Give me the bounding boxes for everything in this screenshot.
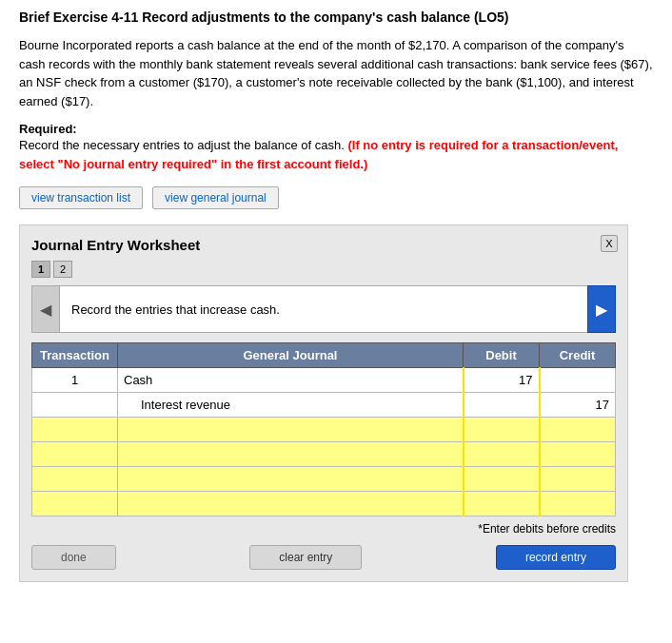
row3-account[interactable] [118,418,464,442]
row6-credit[interactable] [540,492,616,516]
journal-table: Transaction General Journal Debit Credit… [31,342,616,516]
col-transaction: Transaction [32,343,118,368]
col-general-journal: General Journal [118,343,464,368]
row4-debit[interactable] [464,442,540,467]
row6-debit[interactable] [464,492,540,516]
row2-debit[interactable] [464,393,540,418]
row3-transaction [32,418,118,442]
enter-note: *Enter debits before credits [31,522,616,536]
row4-transaction [32,442,118,467]
tab-2[interactable]: 2 [53,261,72,278]
row6-transaction [32,492,118,516]
row4-credit[interactable] [540,442,616,467]
table-row: 1 Cash 17 [32,368,616,393]
row5-account[interactable] [118,467,464,492]
record-entry-button[interactable]: record entry [496,545,616,570]
row4-account[interactable] [118,442,464,467]
tab-row: 1 2 [31,261,616,278]
row1-transaction: 1 [32,368,118,393]
close-button[interactable]: X [601,235,618,252]
col-credit: Credit [540,343,616,368]
view-transaction-list-button[interactable]: view transaction list [19,186,143,209]
row1-debit[interactable]: 17 [464,368,540,393]
nav-row: ◀ Record the entries that increase cash.… [31,285,616,333]
col-debit: Debit [464,343,540,368]
nav-left-button[interactable]: ◀ [31,285,60,333]
worksheet-container: Journal Entry Worksheet X 1 2 ◀ Record t… [19,224,628,582]
view-general-journal-button[interactable]: view general journal [152,186,279,209]
intro-paragraph: Bourne Incorporated reports a cash balan… [19,36,653,110]
nav-right-button[interactable]: ▶ [587,285,616,333]
row2-account[interactable]: Interest revenue [118,393,464,418]
clear-entry-button[interactable]: clear entry [249,545,362,570]
row6-account[interactable] [118,492,464,516]
row5-transaction [32,467,118,492]
table-row [32,418,616,442]
required-section: Required: Record the necessary entries t… [19,122,653,173]
row1-credit[interactable] [540,368,616,393]
table-row [32,442,616,467]
required-text: Record the necessary entries to adjust t… [19,138,618,171]
row5-debit[interactable] [464,467,540,492]
page-title: Brief Exercise 4-11 Record adjustments t… [19,10,653,25]
row2-credit[interactable]: 17 [540,393,616,418]
tab-1[interactable]: 1 [31,261,50,278]
instruction-text: Record the entries that increase cash. [60,285,587,333]
worksheet-title: Journal Entry Worksheet [31,237,616,253]
row5-credit[interactable] [540,467,616,492]
row1-account[interactable]: Cash [118,368,464,393]
table-row [32,467,616,492]
done-button[interactable]: done [31,545,116,570]
bottom-buttons-row: done clear entry record entry [31,545,616,570]
action-buttons-row: view transaction list view general journ… [19,186,653,209]
table-row [32,492,616,516]
row3-credit[interactable] [540,418,616,442]
row3-debit[interactable] [464,418,540,442]
row2-transaction [32,393,118,418]
table-row: Interest revenue 17 [32,393,616,418]
required-label: Required: [19,122,77,136]
